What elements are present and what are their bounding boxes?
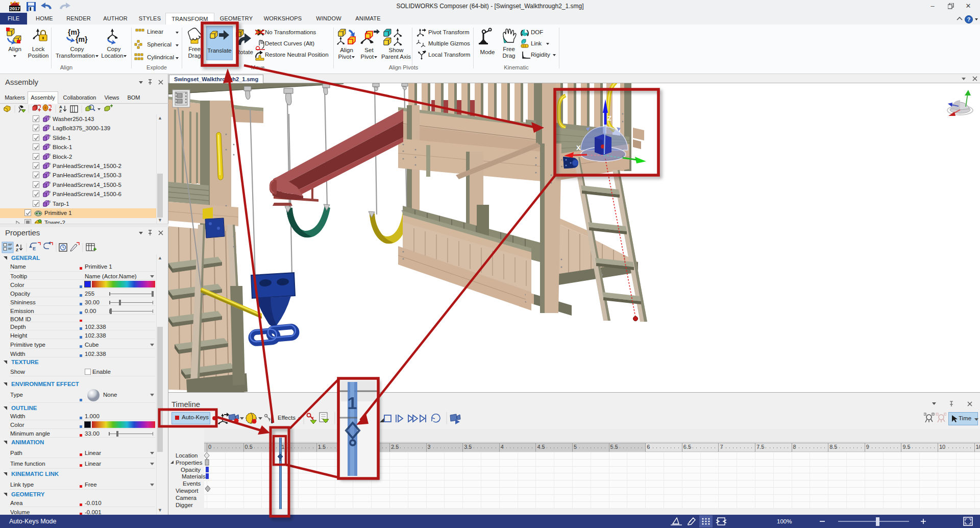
svg-text:x: x xyxy=(49,190,51,194)
svg-text:x: x xyxy=(49,143,51,147)
svg-text:X: X xyxy=(576,144,581,152)
svg-text:x: x xyxy=(49,181,51,184)
svg-text:Z: Z xyxy=(16,248,18,252)
svg-text:x: x xyxy=(49,115,51,118)
svg-text:E: E xyxy=(33,246,36,251)
svg-text:x: x xyxy=(49,200,51,203)
svg-text:Z: Z xyxy=(607,114,611,122)
svg-text:2017: 2017 xyxy=(10,6,20,11)
svg-text:x: x xyxy=(49,172,51,175)
svg-text:Effects: Effects xyxy=(278,415,296,421)
svg-text:{m}: {m} xyxy=(76,35,88,43)
svg-text:x: x xyxy=(49,162,51,165)
svg-text:Z: Z xyxy=(59,109,62,113)
svg-text:x: x xyxy=(49,134,51,137)
svg-text:x: x xyxy=(49,153,51,156)
svg-text:A: A xyxy=(16,243,19,248)
svg-text:x: x xyxy=(49,125,51,128)
svg-text:100%: 100% xyxy=(777,518,792,524)
svg-text:?: ? xyxy=(967,16,971,22)
